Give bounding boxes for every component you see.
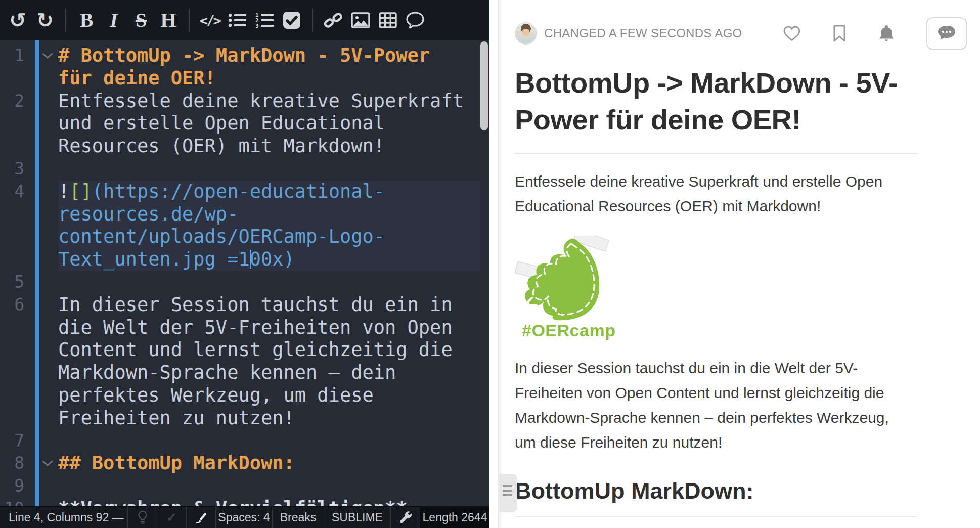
bold-button[interactable]: B <box>73 6 100 35</box>
fold-gutter <box>33 90 58 98</box>
editor-toolbar: ↺ ↻ B I S H </> 123 <box>0 0 489 40</box>
pane-divider[interactable] <box>489 0 498 528</box>
keymap-setting[interactable]: SUBLIME <box>324 507 390 528</box>
paintbrush-icon <box>195 511 208 524</box>
bookmark-icon <box>832 25 847 42</box>
ordered-list-icon: 123 <box>255 12 274 28</box>
bell-icon <box>878 24 895 42</box>
fold-gutter <box>33 430 58 438</box>
oercamp-logo-caption: #OERcamp <box>522 321 980 340</box>
toc-handle[interactable] <box>498 474 517 512</box>
toolbar-separator <box>312 9 313 32</box>
image-icon <box>351 12 370 28</box>
editor-line[interactable]: 1# BottomUp -> MarkDown - 5V-Power für d… <box>0 45 489 90</box>
session-paragraph: In dieser Session tauchst du ein in die … <box>515 356 913 455</box>
line-text[interactable]: ## BottomUp MarkDown: <box>58 452 480 475</box>
task-list-icon <box>283 11 301 29</box>
link-button[interactable] <box>320 6 347 35</box>
oercamp-logo: ✂ #OERcamp <box>515 236 980 340</box>
italic-icon: I <box>110 10 118 30</box>
linter-button[interactable] <box>186 507 215 528</box>
intro-paragraph: Entfessele deine kreative Superkraft und… <box>515 169 913 218</box>
title-divider <box>515 153 917 154</box>
editor-line[interactable]: 3 <box>0 158 489 181</box>
fold-toggle[interactable] <box>33 452 58 467</box>
preview-pane: CHANGED A FEW SECONDS AGO <box>498 0 980 528</box>
editor-line[interactable]: 7 <box>0 430 489 453</box>
heart-icon <box>783 25 801 42</box>
bookmark-button[interactable] <box>832 25 847 42</box>
fold-toggle[interactable] <box>33 45 58 59</box>
editor-lines: 1# BottomUp -> MarkDown - 5V-Power für d… <box>0 40 489 506</box>
table-button[interactable] <box>374 6 402 35</box>
svg-text:3: 3 <box>255 23 259 28</box>
image-button[interactable] <box>347 6 374 35</box>
ordered-list-button[interactable]: 123 <box>251 6 278 35</box>
line-number: 2 <box>0 90 33 113</box>
line-number: 4 <box>0 181 33 203</box>
section-divider <box>515 516 917 517</box>
strikethrough-icon: S <box>136 10 147 30</box>
line-text[interactable]: ![](https://open-educational-resources.d… <box>58 181 480 271</box>
fold-chevron-icon <box>42 53 53 59</box>
fold-gutter <box>33 498 58 506</box>
line-number: 1 <box>0 45 33 67</box>
fold-gutter <box>33 158 58 166</box>
unordered-list-icon <box>228 13 246 28</box>
editor-line[interactable]: 8## BottomUp MarkDown: <box>0 452 489 475</box>
editor-line[interactable]: 4![](https://open-educational-resources.… <box>0 181 489 271</box>
editor-line[interactable]: 2Entfessele deine kreative Superkraft un… <box>0 90 489 158</box>
preview-actions <box>783 17 967 50</box>
italic-button[interactable]: I <box>100 6 127 35</box>
preferences-button[interactable] <box>390 507 420 528</box>
line-text[interactable]: In dieser Session tauchst du ein in die … <box>58 294 480 430</box>
comments-panel-button[interactable] <box>926 17 967 50</box>
code-icon: </> <box>200 13 220 28</box>
line-text[interactable]: Entfessele deine kreative Superkraft und… <box>58 90 480 158</box>
strikethrough-button[interactable]: S <box>127 6 155 35</box>
line-text[interactable] <box>58 271 480 294</box>
heading-button[interactable]: H <box>155 6 182 35</box>
editor-pane: ↺ ↻ B I S H </> 123 <box>0 0 489 528</box>
line-text[interactable] <box>58 430 480 453</box>
line-text[interactable]: **Verwahren & Vervielfältigen** <box>58 498 480 506</box>
toolbar-separator <box>189 9 190 32</box>
code-button[interactable]: </> <box>196 6 224 35</box>
night-mode-button[interactable] <box>127 507 157 528</box>
unordered-list-button[interactable] <box>224 6 251 35</box>
lightbulb-icon <box>138 510 148 524</box>
document-length-status: Length 2644 <box>420 507 489 528</box>
line-number: 10 <box>0 498 33 506</box>
fold-gutter <box>33 475 58 483</box>
undo-button[interactable]: ↺ <box>4 6 31 35</box>
comment-dots-icon <box>937 25 957 42</box>
line-text[interactable]: # BottomUp -> MarkDown - 5V-Power für de… <box>58 45 480 90</box>
comment-button[interactable] <box>402 6 429 35</box>
editor-scrollbar[interactable] <box>480 41 488 130</box>
last-changed-label: CHANGED A FEW SECONDS AGO <box>544 26 742 40</box>
line-text[interactable] <box>58 475 480 498</box>
app-window: ↺ ↻ B I S H </> 123 <box>0 0 980 528</box>
editor-line[interactable]: 6In dieser Session tauchst du ein in die… <box>0 294 489 430</box>
preview-header: CHANGED A FEW SECONDS AGO <box>515 20 980 47</box>
document-title: BottomUp -> MarkDown - 5V-Power für dein… <box>515 65 904 139</box>
fold-chevron-icon <box>42 460 53 467</box>
editor-line[interactable]: 9 <box>0 475 489 498</box>
editor-code-area[interactable]: 1# BottomUp -> MarkDown - 5V-Power für d… <box>0 40 489 506</box>
section-heading: BottomUp MarkDown: <box>515 478 980 504</box>
table-icon <box>379 12 397 28</box>
line-text[interactable] <box>58 158 480 181</box>
line-number: 9 <box>0 475 33 498</box>
indent-setting[interactable]: Spaces: 4 <box>215 507 272 528</box>
editor-line[interactable]: 5 <box>0 271 489 294</box>
redo-button[interactable]: ↻ <box>31 6 59 35</box>
notifications-button[interactable] <box>878 24 895 42</box>
editor-line[interactable]: 10**Verwahren & Vervielfältigen** <box>0 498 489 506</box>
fold-gutter <box>33 271 58 279</box>
like-button[interactable] <box>783 25 801 42</box>
task-list-button[interactable] <box>278 6 305 35</box>
spellcheck-button[interactable]: ✓ <box>157 507 186 528</box>
author-avatar[interactable] <box>515 22 537 45</box>
line-number: 5 <box>0 271 33 294</box>
linebreaks-setting[interactable]: Breaks <box>272 507 324 528</box>
